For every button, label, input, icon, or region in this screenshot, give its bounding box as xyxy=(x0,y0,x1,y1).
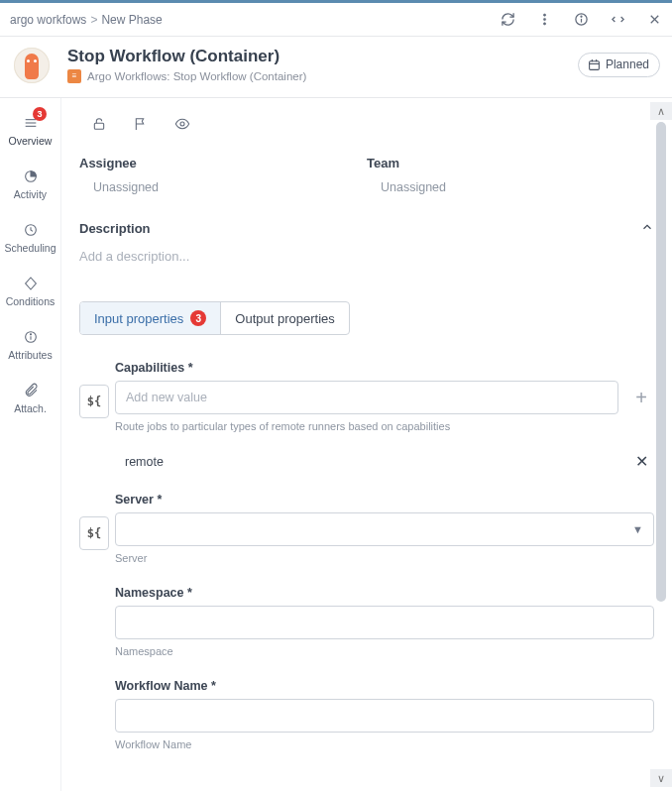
server-help: Server xyxy=(115,552,654,564)
workflow-name-help: Workflow Name xyxy=(115,738,654,750)
team-value[interactable]: Unassigned xyxy=(367,180,654,194)
caret-down-icon: ▼ xyxy=(632,523,643,535)
namespace-input[interactable] xyxy=(115,606,654,639)
capabilities-label: Capabilities * xyxy=(115,361,654,375)
svg-point-22 xyxy=(180,122,184,126)
sidebar-item-overview[interactable]: 3 Overview xyxy=(0,104,60,158)
team-label: Team xyxy=(367,156,654,170)
svg-marker-17 xyxy=(25,278,36,289)
side-nav: 3 Overview Activity Scheduling Condition… xyxy=(0,98,61,791)
expression-button-server[interactable]: ${ xyxy=(79,516,109,550)
lock-icon[interactable] xyxy=(91,116,107,136)
svg-rect-21 xyxy=(94,123,103,129)
capabilities-input[interactable] xyxy=(115,381,618,414)
server-label: Server * xyxy=(115,493,654,507)
expand-icon[interactable] xyxy=(611,12,625,27)
breadcrumb-root[interactable]: argo workfows xyxy=(10,13,86,27)
more-vertical-icon[interactable] xyxy=(537,12,552,27)
svg-rect-8 xyxy=(590,60,600,69)
sidebar-item-scheduling[interactable]: Scheduling xyxy=(0,211,60,265)
breadcrumb-separator: > xyxy=(86,13,101,27)
overview-badge: 3 xyxy=(33,107,47,121)
description-header[interactable]: Description xyxy=(79,220,654,237)
sidebar-item-conditions[interactable]: Conditions xyxy=(0,265,60,318)
argo-avatar-icon xyxy=(14,48,50,83)
input-properties-badge: 3 xyxy=(190,310,206,326)
svg-point-0 xyxy=(543,14,545,16)
remove-chip-icon[interactable]: ✕ xyxy=(635,452,648,471)
description-input[interactable]: Add a description... xyxy=(79,249,654,264)
content-pane: Assignee Unassigned Team Unassigned Desc… xyxy=(61,98,672,791)
page-header: Stop Workflow (Container) ≡ Argo Workflo… xyxy=(0,37,672,98)
svg-point-5 xyxy=(581,16,582,17)
expression-button-capabilities[interactable]: ${ xyxy=(79,385,109,418)
close-icon[interactable] xyxy=(647,12,662,27)
assignee-label: Assignee xyxy=(79,156,367,170)
page-subtitle: Argo Workflows: Stop Workflow (Container… xyxy=(87,70,306,82)
toolbar xyxy=(79,110,654,156)
namespace-help: Namespace xyxy=(115,645,654,657)
svg-point-2 xyxy=(543,23,545,25)
server-select[interactable]: ▼ xyxy=(115,512,654,546)
scroll-thumb[interactable] xyxy=(656,122,666,602)
refresh-icon[interactable] xyxy=(501,12,515,27)
workflow-type-icon: ≡ xyxy=(67,69,81,83)
tab-input-properties[interactable]: Input properties 3 xyxy=(80,302,220,334)
status-badge-planned[interactable]: Planned xyxy=(578,53,660,77)
scrollbar[interactable]: ∧ ∨ xyxy=(650,98,672,791)
properties-tabs: Input properties 3 Output properties xyxy=(79,301,350,335)
breadcrumb: argo workfows > New Phase xyxy=(0,3,672,37)
assignee-value[interactable]: Unassigned xyxy=(79,180,367,194)
svg-point-1 xyxy=(543,18,545,20)
scroll-up-icon[interactable]: ∧ xyxy=(650,102,672,120)
sidebar-item-activity[interactable]: Activity xyxy=(0,158,60,211)
sidebar-item-attributes[interactable]: Attributes xyxy=(0,318,60,372)
workflow-name-input[interactable] xyxy=(115,699,654,733)
breadcrumb-current: New Phase xyxy=(101,13,162,27)
sidebar-item-attach[interactable]: Attach. xyxy=(0,372,60,425)
capability-chip-remote: remote xyxy=(125,455,164,469)
info-icon[interactable] xyxy=(574,12,589,27)
workflow-name-label: Workflow Name * xyxy=(115,679,654,693)
tab-output-properties[interactable]: Output properties xyxy=(220,302,348,334)
capabilities-help: Route jobs to particular types of remote… xyxy=(115,420,654,432)
page-title: Stop Workflow (Container) xyxy=(67,47,306,66)
flag-icon[interactable] xyxy=(133,116,149,136)
svg-point-20 xyxy=(30,334,31,335)
watch-icon[interactable] xyxy=(174,116,190,136)
scroll-down-icon[interactable]: ∨ xyxy=(650,769,672,787)
namespace-label: Namespace * xyxy=(115,586,654,600)
